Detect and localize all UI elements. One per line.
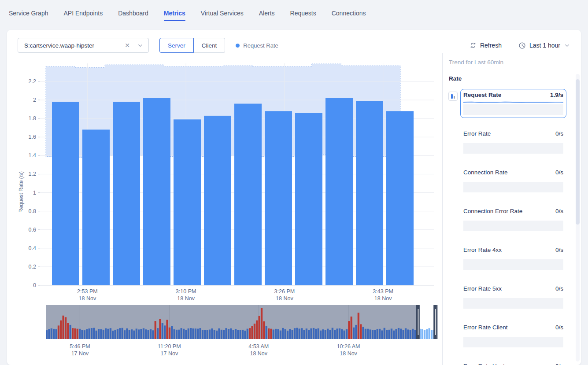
metric-sparkline (463, 216, 563, 221)
tab-label: Alerts (259, 10, 275, 21)
bar-chart-icon (448, 92, 458, 101)
svg-text:2:53 PM: 2:53 PM (77, 288, 98, 295)
clock-icon (518, 42, 526, 49)
legend-dot (236, 44, 240, 48)
svg-text:0.6: 0.6 (29, 227, 36, 233)
metric-sparkline (463, 177, 563, 182)
metric-value: 1.9/s (550, 92, 563, 98)
svg-text:3:26 PM: 3:26 PM (274, 288, 295, 295)
metric-item-error-rate[interactable]: Error Rate0/s (460, 128, 566, 157)
top-navigation: Service GraphAPI EndpointsDashboardMetri… (0, 0, 588, 26)
svg-text:18 Nov: 18 Nov (79, 295, 96, 302)
svg-text:0.2: 0.2 (29, 264, 36, 270)
metric-value: 0/s (555, 247, 563, 253)
legend-label: Request Rate (243, 42, 278, 49)
tab-requests[interactable]: Requests (290, 0, 316, 21)
metric-item-error-rate-5xx[interactable]: Error Rate 5xx0/s (460, 283, 566, 312)
time-range-selector[interactable]: Last 1 hour (518, 42, 570, 49)
sidebar-scrollbar-track[interactable] (576, 74, 580, 361)
metric-spark-area (463, 337, 563, 347)
metric-label: Connection Error Rate (463, 208, 522, 214)
tab-label: Connections (332, 10, 366, 21)
svg-text:3:10 PM: 3:10 PM (176, 288, 196, 295)
refresh-button[interactable]: Refresh (470, 42, 502, 49)
tab-label: Virtual Services (201, 10, 244, 21)
tab-label: API Endpoints (63, 10, 103, 21)
metric-sparkline (463, 294, 563, 298)
server-button[interactable]: Server (159, 38, 194, 53)
svg-text:0.4: 0.4 (29, 245, 36, 251)
server-client-toggle: Server Client (159, 38, 225, 53)
metric-item-error-rate-upstream[interactable]: Error Rate Upstream0/s (460, 360, 566, 365)
svg-text:10:26 AM: 10:26 AM (337, 343, 360, 350)
tab-alerts[interactable]: Alerts (259, 0, 275, 21)
metric-item-connection-rate[interactable]: Connection Rate0/s (460, 166, 566, 195)
main-chart-canvas[interactable]: 00.20.40.60.811.21.41.61.822.2Request Ra… (17, 60, 440, 303)
metric-label: Error Rate Upstream (463, 363, 518, 365)
svg-text:18 Nov: 18 Nov (340, 350, 357, 356)
metric-label: Connection Rate (463, 169, 508, 176)
metric-item-error-rate-client[interactable]: Error Rate Client0/s (460, 321, 566, 350)
metric-sparkline (463, 255, 563, 259)
metric-value: 0/s (555, 363, 563, 365)
metric-item-error-rate-4xx[interactable]: Error Rate 4xx0/s (460, 244, 566, 273)
legend-request-rate[interactable]: Request Rate (236, 42, 278, 49)
client-button[interactable]: Client (194, 38, 226, 53)
svg-text:Request Rate (/s): Request Rate (/s) (18, 171, 24, 213)
metric-sparkline (463, 100, 563, 104)
svg-text:18 Nov: 18 Nov (250, 350, 267, 356)
svg-text:17 Nov: 17 Nov (161, 350, 178, 356)
svg-text:18 Nov: 18 Nov (374, 295, 392, 302)
tab-connections[interactable]: Connections (332, 0, 366, 21)
svg-text:4:53 AM: 4:53 AM (248, 343, 269, 350)
svg-text:2: 2 (33, 97, 36, 103)
metric-value: 0/s (555, 130, 563, 137)
metric-value: 0/s (555, 285, 563, 292)
metric-item-connection-error-rate[interactable]: Connection Error Rate0/s (460, 205, 566, 234)
service-selector[interactable]: S:cartservice.waap-hipster ✕ (18, 38, 149, 53)
metrics-panel: S:cartservice.waap-hipster ✕ Server Clie… (7, 30, 581, 365)
tab-virtual-services[interactable]: Virtual Services (201, 0, 244, 21)
tab-metrics[interactable]: Metrics (164, 0, 185, 21)
metric-value: 0/s (555, 169, 563, 176)
chevron-down-icon[interactable] (138, 43, 143, 48)
svg-text:1.6: 1.6 (29, 134, 36, 140)
tab-dashboard[interactable]: Dashboard (118, 0, 148, 21)
svg-text:1.2: 1.2 (29, 171, 36, 177)
metric-value: 0/s (555, 324, 563, 331)
clear-icon[interactable]: ✕ (124, 42, 131, 49)
sidebar-scrollbar-thumb[interactable] (576, 79, 580, 225)
tab-api-endpoints[interactable]: API Endpoints (63, 0, 103, 21)
tab-label: Requests (290, 10, 316, 21)
metric-label: Error Rate 5xx (463, 285, 502, 292)
metric-item-request-rate[interactable]: Request Rate1.9/s (460, 89, 566, 118)
refresh-icon (470, 42, 477, 49)
brush-chart-canvas[interactable]: 5:46 PM17 Nov11:20 PM17 Nov4:53 AM18 Nov… (17, 304, 440, 356)
section-heading-rate: Rate (443, 75, 581, 82)
metric-spark-area (463, 104, 563, 115)
metric-label: Error Rate 4xx (463, 247, 502, 253)
tab-service-graph[interactable]: Service Graph (9, 0, 48, 21)
chevron-down-icon (565, 43, 570, 48)
trend-title: Trend for Last 60min (443, 59, 581, 66)
svg-text:17 Nov: 17 Nov (71, 350, 89, 356)
svg-text:1.8: 1.8 (29, 115, 36, 122)
svg-text:11:20 PM: 11:20 PM (158, 343, 181, 350)
chart-toolbar: S:cartservice.waap-hipster ✕ Server Clie… (7, 30, 581, 53)
svg-text:1.4: 1.4 (29, 152, 36, 159)
trend-sidebar: Trend for Last 60min RateRequest Rate1.9… (442, 53, 581, 365)
svg-text:1: 1 (33, 190, 36, 196)
metric-sparkline (463, 139, 563, 143)
tab-label: Dashboard (118, 10, 148, 21)
svg-text:18 Nov: 18 Nov (177, 295, 195, 302)
svg-text:2.2: 2.2 (29, 78, 36, 85)
metric-spark-area (463, 143, 563, 154)
svg-text:0.8: 0.8 (29, 208, 36, 214)
time-range-label: Last 1 hour (529, 42, 560, 49)
svg-text:3:43 PM: 3:43 PM (373, 288, 393, 295)
metric-value: 0/s (555, 208, 563, 214)
metric-spark-area (463, 182, 563, 192)
metric-sparkline (463, 332, 563, 337)
service-selector-value: S:cartservice.waap-hipster (24, 42, 94, 49)
svg-text:0: 0 (33, 282, 36, 288)
